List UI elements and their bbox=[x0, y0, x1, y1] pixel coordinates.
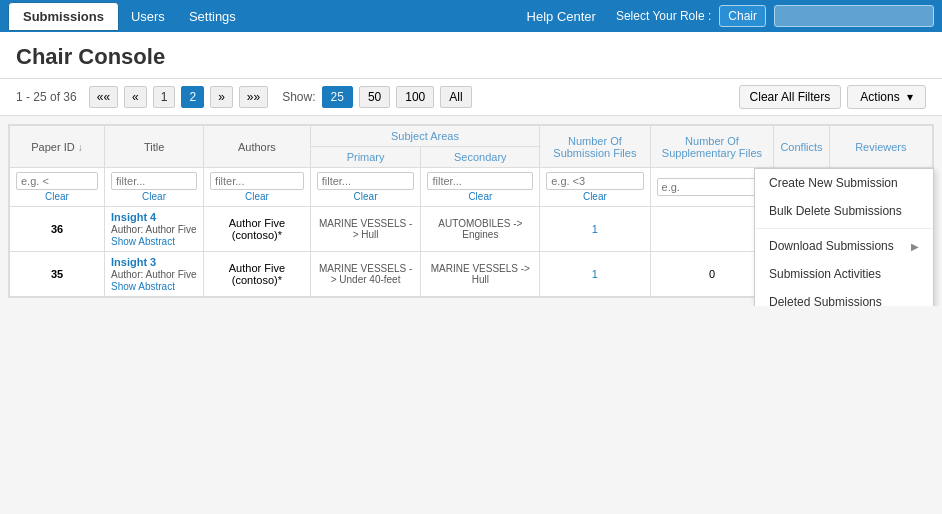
th-reviewers: Reviewers bbox=[829, 126, 932, 168]
title-cell: Insight 4 Author: Author Five Show Abstr… bbox=[105, 207, 204, 252]
role-dropdown[interactable]: Chair bbox=[719, 5, 766, 27]
pager-prev-button[interactable]: « bbox=[124, 86, 147, 108]
author-info: Author: Author Five bbox=[111, 224, 197, 235]
select-role-label: Select Your Role : bbox=[616, 9, 711, 23]
action-bulk-delete-submissions[interactable]: Bulk Delete Submissions bbox=[755, 197, 933, 225]
filter-secondary[interactable]: Clear bbox=[421, 168, 540, 207]
action-create-new-submission[interactable]: Create New Submission bbox=[755, 169, 933, 197]
filter-paper-id[interactable]: Clear bbox=[10, 168, 105, 207]
show-100-button[interactable]: 100 bbox=[396, 86, 434, 108]
pager-page1-button[interactable]: 1 bbox=[153, 86, 176, 108]
actions-label: Actions bbox=[860, 90, 899, 104]
pager-last-button[interactable]: »» bbox=[239, 86, 268, 108]
actions-button[interactable]: Actions ▾ bbox=[847, 85, 926, 109]
show-25-button[interactable]: 25 bbox=[322, 86, 353, 108]
submission-files-cell: 1 bbox=[540, 207, 650, 252]
action-label: Download Submissions bbox=[769, 239, 894, 253]
authors-cell: Author Five(contoso)* bbox=[204, 252, 311, 297]
th-num-submission-files: Number Of Submission Files bbox=[540, 126, 650, 168]
th-secondary: Secondary bbox=[421, 147, 540, 168]
paper-id-cell: 36 bbox=[10, 207, 105, 252]
action-download-submissions[interactable]: Download Submissions ▶ bbox=[755, 232, 933, 260]
nav-help-center[interactable]: Help Center bbox=[515, 3, 608, 30]
submenu-arrow-icon: ▶ bbox=[911, 241, 919, 252]
action-submission-activities[interactable]: Submission Activities bbox=[755, 260, 933, 288]
clear-primary[interactable]: Clear bbox=[354, 191, 378, 202]
th-paper-id: Paper ID ↓ bbox=[10, 126, 105, 168]
filter-submission-files[interactable]: Clear bbox=[540, 168, 650, 207]
clear-authors[interactable]: Clear bbox=[245, 191, 269, 202]
nav-link-settings[interactable]: Settings bbox=[177, 3, 248, 30]
filter-primary[interactable]: Clear bbox=[310, 168, 421, 207]
clear-secondary[interactable]: Clear bbox=[468, 191, 492, 202]
submission-files-cell: 1 bbox=[540, 252, 650, 297]
show-abstract-link[interactable]: Show Abstract bbox=[111, 281, 175, 292]
filter-authors[interactable]: Clear bbox=[204, 168, 311, 207]
search-input[interactable] bbox=[774, 5, 934, 27]
nav-link-users[interactable]: Users bbox=[119, 3, 177, 30]
pager-next-button[interactable]: » bbox=[210, 86, 233, 108]
primary-cell: MARINE VESSELS -> Hull bbox=[310, 207, 421, 252]
paper-title-link[interactable]: Insight 4 bbox=[111, 211, 156, 223]
clear-submission-files[interactable]: Clear bbox=[583, 191, 607, 202]
actions-dropdown: Create New Submission Bulk Delete Submis… bbox=[754, 168, 934, 306]
action-deleted-submissions[interactable]: Deleted Submissions bbox=[755, 288, 933, 306]
primary-cell: MARINE VESSELS -> Under 40-feet bbox=[310, 252, 421, 297]
secondary-cell: MARINE VESSELS -> Hull bbox=[421, 252, 540, 297]
paper-id-label: Paper ID bbox=[31, 141, 74, 153]
show-label: Show: bbox=[282, 90, 315, 104]
clear-title[interactable]: Clear bbox=[142, 191, 166, 202]
th-authors: Authors bbox=[204, 126, 311, 168]
top-nav: Submissions Users Settings Help Center S… bbox=[0, 0, 942, 32]
pager-first-button[interactable]: «« bbox=[89, 86, 118, 108]
paper-title-link[interactable]: Insight 3 bbox=[111, 256, 156, 268]
clear-all-filters-button[interactable]: Clear All Filters bbox=[739, 85, 842, 109]
actions-caret-icon: ▾ bbox=[907, 90, 913, 104]
clear-paper-id[interactable]: Clear bbox=[45, 191, 69, 202]
pagination-info: 1 - 25 of 36 bbox=[16, 90, 77, 104]
toolbar: 1 - 25 of 36 «« « 1 2 » »» Show: 25 50 1… bbox=[0, 79, 942, 116]
th-primary: Primary bbox=[310, 147, 421, 168]
authors-cell: Author Five(contoso)* bbox=[204, 207, 311, 252]
th-subject-areas: Subject Areas bbox=[310, 126, 540, 147]
th-num-supplementary-files: Number Of Supplementary Files bbox=[650, 126, 774, 168]
th-conflicts: Conflicts bbox=[774, 126, 829, 168]
nav-tab-submissions[interactable]: Submissions bbox=[8, 2, 119, 31]
filter-title[interactable]: Clear bbox=[105, 168, 204, 207]
paper-id-cell: 35 bbox=[10, 252, 105, 297]
content-area: Paper ID ↓ Title Authors Subject Areas N… bbox=[0, 116, 942, 306]
author-info: Author: Author Five bbox=[111, 269, 197, 280]
page-header: Chair Console bbox=[0, 32, 942, 79]
th-title: Title bbox=[105, 126, 204, 168]
page-title: Chair Console bbox=[16, 44, 926, 70]
sort-icon: ↓ bbox=[78, 142, 83, 153]
show-all-button[interactable]: All bbox=[440, 86, 471, 108]
pager-page2-button[interactable]: 2 bbox=[181, 86, 204, 108]
title-cell: Insight 3 Author: Author Five Show Abstr… bbox=[105, 252, 204, 297]
show-50-button[interactable]: 50 bbox=[359, 86, 390, 108]
divider bbox=[755, 228, 933, 229]
show-abstract-link[interactable]: Show Abstract bbox=[111, 236, 175, 247]
secondary-cell: AUTOMOBILES -> Engines bbox=[421, 207, 540, 252]
